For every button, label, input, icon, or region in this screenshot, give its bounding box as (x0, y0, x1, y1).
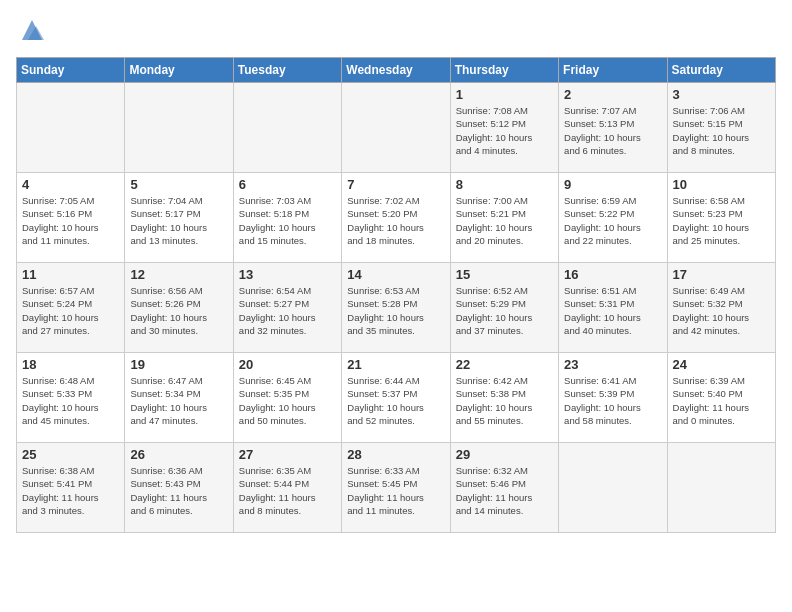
calendar-cell: 26Sunrise: 6:36 AM Sunset: 5:43 PM Dayli… (125, 443, 233, 533)
day-info: Sunrise: 7:04 AM Sunset: 5:17 PM Dayligh… (130, 194, 227, 247)
day-info: Sunrise: 6:56 AM Sunset: 5:26 PM Dayligh… (130, 284, 227, 337)
day-number: 14 (347, 267, 444, 282)
day-info: Sunrise: 6:42 AM Sunset: 5:38 PM Dayligh… (456, 374, 553, 427)
weekday-header-saturday: Saturday (667, 58, 775, 83)
day-info: Sunrise: 6:49 AM Sunset: 5:32 PM Dayligh… (673, 284, 770, 337)
page-header (16, 16, 776, 49)
day-info: Sunrise: 6:53 AM Sunset: 5:28 PM Dayligh… (347, 284, 444, 337)
calendar-cell: 6Sunrise: 7:03 AM Sunset: 5:18 PM Daylig… (233, 173, 341, 263)
day-info: Sunrise: 6:33 AM Sunset: 5:45 PM Dayligh… (347, 464, 444, 517)
day-info: Sunrise: 6:36 AM Sunset: 5:43 PM Dayligh… (130, 464, 227, 517)
day-info: Sunrise: 6:35 AM Sunset: 5:44 PM Dayligh… (239, 464, 336, 517)
weekday-header-friday: Friday (559, 58, 667, 83)
day-number: 18 (22, 357, 119, 372)
calendar-cell: 10Sunrise: 6:58 AM Sunset: 5:23 PM Dayli… (667, 173, 775, 263)
weekday-header-wednesday: Wednesday (342, 58, 450, 83)
calendar-cell: 9Sunrise: 6:59 AM Sunset: 5:22 PM Daylig… (559, 173, 667, 263)
weekday-header-tuesday: Tuesday (233, 58, 341, 83)
day-number: 10 (673, 177, 770, 192)
calendar-cell: 21Sunrise: 6:44 AM Sunset: 5:37 PM Dayli… (342, 353, 450, 443)
calendar-week-2: 4Sunrise: 7:05 AM Sunset: 5:16 PM Daylig… (17, 173, 776, 263)
calendar-cell (17, 83, 125, 173)
calendar-cell (559, 443, 667, 533)
day-info: Sunrise: 7:02 AM Sunset: 5:20 PM Dayligh… (347, 194, 444, 247)
calendar-cell: 29Sunrise: 6:32 AM Sunset: 5:46 PM Dayli… (450, 443, 558, 533)
calendar-table: SundayMondayTuesdayWednesdayThursdayFrid… (16, 57, 776, 533)
day-number: 11 (22, 267, 119, 282)
calendar-cell: 4Sunrise: 7:05 AM Sunset: 5:16 PM Daylig… (17, 173, 125, 263)
day-number: 21 (347, 357, 444, 372)
day-number: 9 (564, 177, 661, 192)
calendar-cell: 28Sunrise: 6:33 AM Sunset: 5:45 PM Dayli… (342, 443, 450, 533)
calendar-cell: 24Sunrise: 6:39 AM Sunset: 5:40 PM Dayli… (667, 353, 775, 443)
day-number: 22 (456, 357, 553, 372)
day-info: Sunrise: 6:51 AM Sunset: 5:31 PM Dayligh… (564, 284, 661, 337)
day-number: 2 (564, 87, 661, 102)
calendar-cell: 13Sunrise: 6:54 AM Sunset: 5:27 PM Dayli… (233, 263, 341, 353)
day-info: Sunrise: 6:38 AM Sunset: 5:41 PM Dayligh… (22, 464, 119, 517)
day-info: Sunrise: 6:47 AM Sunset: 5:34 PM Dayligh… (130, 374, 227, 427)
calendar-cell (233, 83, 341, 173)
day-info: Sunrise: 6:58 AM Sunset: 5:23 PM Dayligh… (673, 194, 770, 247)
calendar-cell: 23Sunrise: 6:41 AM Sunset: 5:39 PM Dayli… (559, 353, 667, 443)
day-number: 20 (239, 357, 336, 372)
weekday-header-sunday: Sunday (17, 58, 125, 83)
calendar-cell: 12Sunrise: 6:56 AM Sunset: 5:26 PM Dayli… (125, 263, 233, 353)
day-info: Sunrise: 6:59 AM Sunset: 5:22 PM Dayligh… (564, 194, 661, 247)
day-number: 6 (239, 177, 336, 192)
calendar-cell: 2Sunrise: 7:07 AM Sunset: 5:13 PM Daylig… (559, 83, 667, 173)
calendar-cell (667, 443, 775, 533)
calendar-week-1: 1Sunrise: 7:08 AM Sunset: 5:12 PM Daylig… (17, 83, 776, 173)
day-info: Sunrise: 6:57 AM Sunset: 5:24 PM Dayligh… (22, 284, 119, 337)
calendar-cell: 22Sunrise: 6:42 AM Sunset: 5:38 PM Dayli… (450, 353, 558, 443)
day-number: 7 (347, 177, 444, 192)
day-number: 3 (673, 87, 770, 102)
day-number: 16 (564, 267, 661, 282)
day-number: 4 (22, 177, 119, 192)
day-number: 17 (673, 267, 770, 282)
calendar-cell: 5Sunrise: 7:04 AM Sunset: 5:17 PM Daylig… (125, 173, 233, 263)
calendar-cell: 20Sunrise: 6:45 AM Sunset: 5:35 PM Dayli… (233, 353, 341, 443)
day-info: Sunrise: 6:39 AM Sunset: 5:40 PM Dayligh… (673, 374, 770, 427)
calendar-cell: 27Sunrise: 6:35 AM Sunset: 5:44 PM Dayli… (233, 443, 341, 533)
day-info: Sunrise: 6:41 AM Sunset: 5:39 PM Dayligh… (564, 374, 661, 427)
day-number: 19 (130, 357, 227, 372)
day-info: Sunrise: 7:06 AM Sunset: 5:15 PM Dayligh… (673, 104, 770, 157)
logo-icon (18, 16, 46, 44)
day-number: 1 (456, 87, 553, 102)
day-number: 25 (22, 447, 119, 462)
calendar-cell: 15Sunrise: 6:52 AM Sunset: 5:29 PM Dayli… (450, 263, 558, 353)
calendar-cell: 18Sunrise: 6:48 AM Sunset: 5:33 PM Dayli… (17, 353, 125, 443)
day-info: Sunrise: 6:32 AM Sunset: 5:46 PM Dayligh… (456, 464, 553, 517)
day-number: 24 (673, 357, 770, 372)
calendar-cell: 14Sunrise: 6:53 AM Sunset: 5:28 PM Dayli… (342, 263, 450, 353)
day-number: 12 (130, 267, 227, 282)
day-info: Sunrise: 7:00 AM Sunset: 5:21 PM Dayligh… (456, 194, 553, 247)
day-info: Sunrise: 6:45 AM Sunset: 5:35 PM Dayligh… (239, 374, 336, 427)
day-number: 29 (456, 447, 553, 462)
day-info: Sunrise: 6:54 AM Sunset: 5:27 PM Dayligh… (239, 284, 336, 337)
weekday-header-thursday: Thursday (450, 58, 558, 83)
day-info: Sunrise: 7:07 AM Sunset: 5:13 PM Dayligh… (564, 104, 661, 157)
day-number: 26 (130, 447, 227, 462)
calendar-cell: 8Sunrise: 7:00 AM Sunset: 5:21 PM Daylig… (450, 173, 558, 263)
calendar-cell: 25Sunrise: 6:38 AM Sunset: 5:41 PM Dayli… (17, 443, 125, 533)
calendar-week-5: 25Sunrise: 6:38 AM Sunset: 5:41 PM Dayli… (17, 443, 776, 533)
calendar-cell (342, 83, 450, 173)
day-number: 8 (456, 177, 553, 192)
day-number: 27 (239, 447, 336, 462)
day-number: 5 (130, 177, 227, 192)
day-number: 23 (564, 357, 661, 372)
calendar-cell: 17Sunrise: 6:49 AM Sunset: 5:32 PM Dayli… (667, 263, 775, 353)
day-info: Sunrise: 7:03 AM Sunset: 5:18 PM Dayligh… (239, 194, 336, 247)
calendar-cell: 3Sunrise: 7:06 AM Sunset: 5:15 PM Daylig… (667, 83, 775, 173)
calendar-cell: 1Sunrise: 7:08 AM Sunset: 5:12 PM Daylig… (450, 83, 558, 173)
day-number: 13 (239, 267, 336, 282)
day-info: Sunrise: 6:48 AM Sunset: 5:33 PM Dayligh… (22, 374, 119, 427)
day-number: 15 (456, 267, 553, 282)
calendar-week-4: 18Sunrise: 6:48 AM Sunset: 5:33 PM Dayli… (17, 353, 776, 443)
day-info: Sunrise: 7:05 AM Sunset: 5:16 PM Dayligh… (22, 194, 119, 247)
weekday-header-monday: Monday (125, 58, 233, 83)
calendar-cell: 19Sunrise: 6:47 AM Sunset: 5:34 PM Dayli… (125, 353, 233, 443)
weekday-header-row: SundayMondayTuesdayWednesdayThursdayFrid… (17, 58, 776, 83)
